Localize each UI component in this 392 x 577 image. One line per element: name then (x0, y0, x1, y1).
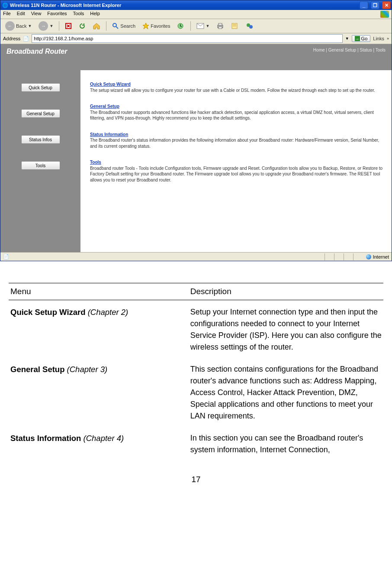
menu-favorites[interactable]: Favorites (47, 11, 67, 18)
star-icon (142, 23, 149, 29)
col-header-menu: Menu (9, 283, 189, 300)
search-icon (112, 23, 119, 29)
favorites-button[interactable]: Favorites (140, 21, 172, 31)
description-cell: Setup your Internet connection type and … (189, 300, 383, 358)
ie-address-bar: Address 📄 ▼ → Go Links » (0, 33, 392, 44)
link-status-information[interactable]: Status Information (90, 132, 128, 137)
status-cells (325, 253, 363, 260)
status-page-icon: 📄 (3, 254, 9, 259)
section-body: Broadband router Tools - Tools include C… (90, 166, 382, 182)
router-body: Quick Setup General Setup Status Infos T… (0, 70, 392, 252)
edit-button[interactable] (229, 21, 241, 31)
links-chevron-icon[interactable]: » (387, 36, 389, 41)
menu-tools[interactable]: Tools (73, 11, 84, 18)
address-dropdown-icon[interactable]: ▼ (345, 36, 349, 41)
ie-window: 🌐 Wireless 11N Router - Microsoft Intern… (0, 0, 392, 261)
window-minimize-button[interactable]: _ (360, 1, 368, 9)
go-button[interactable]: → Go (352, 35, 371, 42)
home-icon (93, 23, 100, 29)
section-quick-setup: Quick Setup Wizard The setup wizard will… (90, 81, 384, 93)
menu-name: General Setup (10, 365, 64, 374)
menu-chapter: (Chapter 4) (81, 434, 124, 443)
section-body: The Broadband router supports advanced f… (90, 110, 374, 121)
links-label[interactable]: Links (373, 36, 384, 41)
page-number: 17 (9, 475, 383, 484)
window-close-button[interactable]: ✕ (382, 1, 391, 9)
router-header-links[interactable]: Home | General Setup | Status | Tools (313, 48, 386, 52)
ie-titlebar: 🌐 Wireless 11N Router - Microsoft Intern… (0, 0, 392, 10)
sidebar-quick-setup-button[interactable]: Quick Setup (21, 83, 60, 92)
ie-window-title: Wireless 11N Router - Microsoft Internet… (10, 3, 121, 8)
col-header-description: Description (189, 283, 383, 300)
page-icon: 📄 (23, 36, 29, 42)
mail-button[interactable]: ▼ (194, 21, 212, 31)
toolbar-separator (190, 21, 191, 31)
section-body: The setup wizard will allow you to confi… (90, 88, 375, 93)
link-quick-setup-wizard[interactable]: Quick Setup Wizard (90, 82, 131, 87)
forward-button[interactable]: → ▼ (36, 21, 55, 31)
svg-point-3 (113, 23, 116, 27)
sidebar-item-label: Quick Setup (29, 85, 52, 90)
print-button[interactable] (214, 21, 226, 31)
toolbar-separator (106, 21, 106, 31)
print-icon (216, 23, 224, 29)
menu-view[interactable]: View (31, 11, 42, 18)
go-label: Go (361, 36, 368, 41)
section-general-setup: General Setup The Broadband router suppo… (90, 104, 384, 121)
window-maximize-button[interactable]: ❐ (371, 1, 379, 9)
sidebar-item-label: Status Infos (29, 137, 52, 142)
ie-status-bar: 📄 Internet (0, 252, 392, 261)
back-arrow-icon: ← (5, 21, 15, 31)
address-input[interactable] (32, 34, 342, 43)
menu-file[interactable]: File (3, 11, 11, 18)
status-zone: Internet (366, 254, 389, 259)
address-label: Address (3, 36, 20, 41)
svg-rect-8 (218, 23, 222, 25)
search-label: Search (120, 23, 135, 29)
go-arrow-icon: → (355, 36, 360, 41)
back-label: Back (16, 23, 26, 29)
sidebar-general-setup-button[interactable]: General Setup (21, 109, 60, 118)
menu-cell: General Setup (Chapter 3) (9, 357, 189, 426)
table-row: Status Information (Chapter 4) In this s… (9, 426, 383, 460)
link-general-setup[interactable]: General Setup (90, 104, 119, 109)
router-header: Broadband Router Home | General Setup | … (0, 44, 392, 70)
table-row: Quick Setup Wizard (Chapter 2) Setup you… (9, 300, 383, 358)
globe-icon (366, 254, 371, 259)
router-content: Quick Setup Wizard The setup wizard will… (80, 70, 392, 252)
back-button[interactable]: ← Back ▼ (3, 21, 34, 31)
link-tools[interactable]: Tools (90, 160, 101, 165)
status-zone-label: Internet (373, 254, 389, 259)
sidebar-tools-button[interactable]: Tools (21, 161, 60, 170)
chevron-down-icon: ▼ (28, 24, 32, 28)
menu-help[interactable]: Help (90, 11, 100, 18)
ie-throbber-icon (380, 11, 389, 18)
ie-menubar: File Edit View Favorites Tools Help (0, 10, 392, 19)
forward-arrow-icon: → (39, 21, 48, 31)
search-button[interactable]: Search (110, 21, 138, 31)
menu-description-table: Menu Description Quick Setup Wizard (Cha… (9, 283, 383, 460)
history-button[interactable] (175, 21, 187, 31)
menu-edit[interactable]: Edit (17, 11, 25, 18)
home-button[interactable] (90, 21, 103, 31)
stop-button[interactable] (63, 21, 74, 31)
stop-icon (65, 23, 72, 29)
refresh-button[interactable] (77, 21, 88, 31)
menu-cell: Status Information (Chapter 4) (9, 426, 189, 460)
description-cell: This section contains configurations for… (189, 357, 383, 426)
document-body: Menu Description Quick Setup Wizard (Cha… (0, 261, 392, 489)
messenger-button[interactable] (244, 21, 256, 31)
sidebar-item-label: Tools (35, 163, 45, 168)
sidebar-item-label: General Setup (26, 111, 55, 116)
menu-chapter: (Chapter 3) (64, 365, 107, 374)
history-icon (177, 23, 185, 29)
svg-point-14 (249, 25, 253, 29)
section-status-information: Status Information The Broadband router'… (90, 132, 384, 149)
description-cell: In this section you can see the Broadban… (189, 426, 383, 460)
menu-chapter: (Chapter 2) (86, 308, 129, 317)
edit-icon (231, 23, 239, 29)
favorites-label: Favorites (151, 23, 170, 29)
router-brand: Broadband Router (6, 48, 67, 55)
menu-name: Quick Setup Wizard (10, 308, 86, 317)
sidebar-status-infos-button[interactable]: Status Infos (21, 135, 60, 144)
